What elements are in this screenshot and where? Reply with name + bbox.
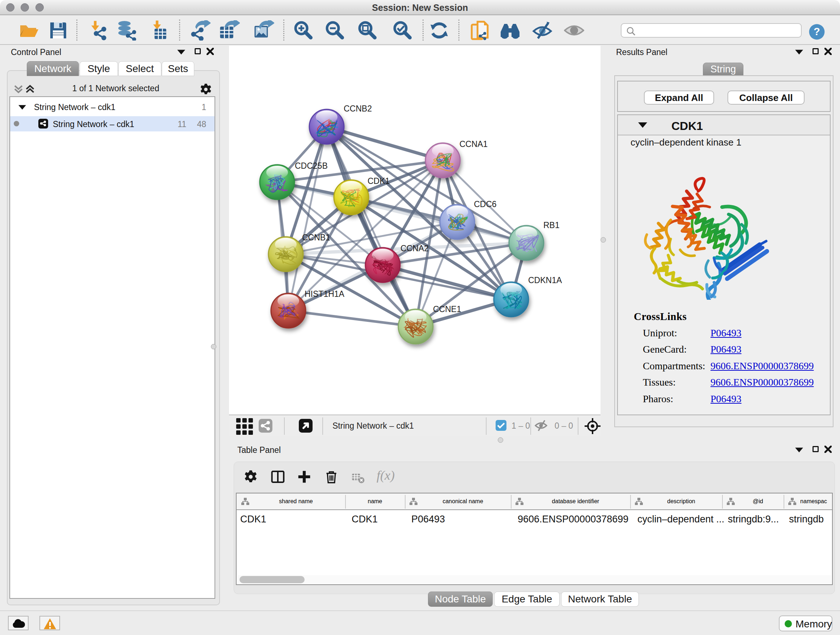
svg-text:CDC6: CDC6 — [474, 200, 497, 209]
svg-text:CCNB2: CCNB2 — [344, 104, 372, 113]
svg-text:?: ? — [813, 26, 820, 37]
svg-text:RB1: RB1 — [543, 220, 560, 230]
svg-text:CCNA2: CCNA2 — [401, 244, 429, 253]
svg-text:CCNE1: CCNE1 — [433, 304, 461, 314]
svg-text:CDKN1A: CDKN1A — [528, 276, 562, 285]
svg-text:HIST1H1A: HIST1H1A — [305, 289, 345, 299]
svg-text:CDK1: CDK1 — [368, 176, 390, 186]
svg-text:CCNB1: CCNB1 — [302, 233, 330, 242]
svg-text:CDC25B: CDC25B — [295, 161, 328, 171]
svg-text:CCNA1: CCNA1 — [459, 139, 488, 149]
